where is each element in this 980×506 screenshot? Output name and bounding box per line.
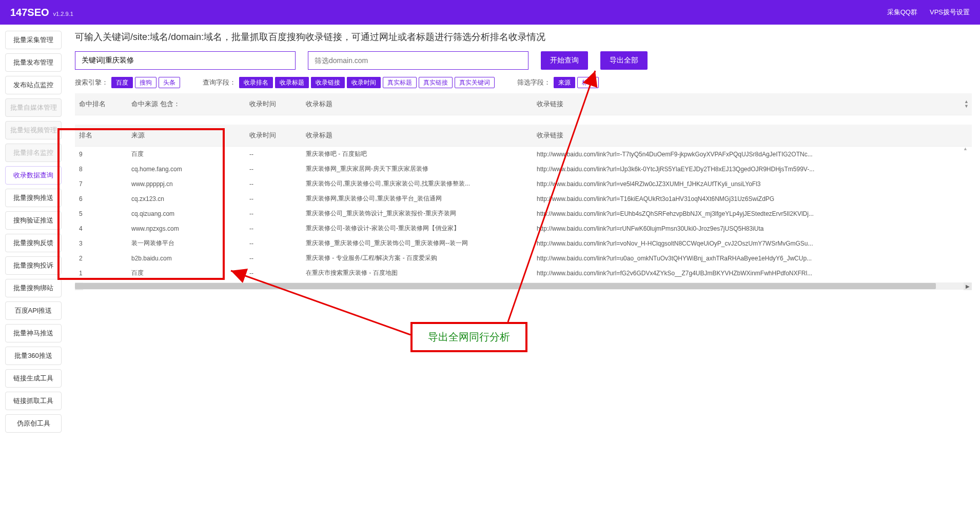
annotation-export-label: 导出全网同行分析 [410,322,527,352]
filterfield-tag-1[interactable]: 标题 [577,77,599,88]
sidebar-item-13[interactable]: 批量神马推送 [5,324,62,342]
scroll-right-icon[interactable]: ▶ [964,282,972,290]
table-row[interactable]: 9百度--重庆装修吧 - 百度贴吧http://www.baidu.com/li… [75,147,972,161]
cell-rank: 4 [75,225,131,232]
sidebar-item-7[interactable]: 批量搜狗推送 [5,189,62,207]
cell-title: 重庆装修吧 - 百度贴吧 [306,150,537,158]
app-header: 147SEO v1.2.9.1 采集QQ群 VPS拨号设置 [0,0,980,25]
main-content: 可输入关键词/site:域名/domain:域名，批量抓取百度搜狗收录链接，可通… [67,25,980,439]
cell-link: http://www.baidu.com/link?url=ve5l4RZlw0… [537,180,972,188]
cell-link: http://www.baidu.com/link?url=-T7tyQ5n4D… [537,151,972,158]
cell-time: -- [249,166,306,173]
cell-rank: 7 [75,180,131,188]
sidebar-item-14[interactable]: 批量360推送 [5,347,62,365]
sidebar-item-5[interactable]: 批量排名监控 [5,144,62,162]
sidebar-item-0[interactable]: 批量采集管理 [5,31,62,49]
filterfield-filter: 筛选字段： 来源标题 [517,78,601,87]
sidebar-item-11[interactable]: 批量搜狗绑站 [5,279,62,297]
header-link-vps[interactable]: VPS拨号设置 [930,8,970,17]
cell-source: cq.home.fang.com [131,166,249,173]
engine-filter: 搜索引擎： 百度搜狗头条 [75,78,182,87]
vscroll-icon[interactable]: ▲ [963,147,968,151]
sidebar-item-17[interactable]: 伪原创工具 [5,414,62,433]
cell-link: http://www.baidu.com/link?url=T16kiEAQUk… [537,195,972,203]
table-row[interactable]: 3装一网装修平台--重庆装修_重庆装修公司_重庆装饰公司_重庆装修网--装一网h… [75,236,972,251]
filter-input[interactable] [308,51,528,70]
table-row[interactable]: 2b2b.baidu.com--重庆装修 - 专业服务/工程/解决方案 - 百度… [75,251,972,266]
table-row[interactable]: 4www.npzxgs.com--重庆装修公司-装修设计-家装公司-重庆装修网【… [75,221,972,236]
sidebar-item-9[interactable]: 批量搜狗反馈 [5,234,62,252]
cell-title: 重庆装修公司-装修设计-家装公司-重庆装修网【俏业家】 [306,224,537,233]
queryfield-filter: 查询字段： 收录排名收录标题收录链接收录时间真实标题真实链接真实关键词 [203,78,497,87]
engine-tag-2[interactable]: 头条 [159,77,180,88]
cell-rank: 3 [75,240,131,247]
sidebar-item-1[interactable]: 批量发布管理 [5,53,62,72]
table-row[interactable]: 8cq.home.fang.com--重庆装修网_重庆家居网-房天下重庆家居装修… [75,161,972,176]
sidebar-item-15[interactable]: 链接生成工具 [5,369,62,388]
sidebar-item-3[interactable]: 批量自媒体管理 [5,98,62,117]
export-button[interactable]: 导出全部 [600,51,648,70]
cell-title: 重庆装修_重庆装修公司_重庆装饰公司_重庆装修网--装一网 [306,239,537,248]
cell-link: http://www.baidu.com/link?url=u0ao_omkNT… [537,255,972,262]
cell-time: -- [249,210,306,217]
cell-source: www.pppppj.cn [131,180,249,188]
table-row[interactable]: 7www.pppppj.cn--重庆装饰公司,重庆装修公司,重庆家装公司,找重庆… [75,176,972,191]
cell-title: 在重庆市搜索重庆装修 - 百度地图 [306,269,537,277]
sidebar-item-2[interactable]: 发布站点监控 [5,76,62,94]
cell-rank: 8 [75,166,131,173]
scrollbar-thumb[interactable] [75,283,936,289]
cell-link: http://www.baidu.com/link?url=lJp3k6k-0Y… [537,166,972,173]
version: v1.2.9.1 [53,11,73,17]
queryfield-tag-4[interactable]: 真实标题 [383,77,417,88]
queryfield-tag-1[interactable]: 收录标题 [275,77,309,88]
cell-time: -- [249,180,306,188]
cell-title: 重庆装修公司_重庆装饰设计_重庆家装报价-重庆齐装网 [306,209,537,218]
table-row[interactable]: 1百度--在重庆市搜索重庆装修 - 百度地图http://www.baidu.c… [75,266,972,280]
engine-tag-0[interactable]: 百度 [111,77,133,88]
summary-header: 命中排名 命中来源 包含： 收录时间 收录标题 收录链接 ▲▼ [75,93,972,115]
keyword-input[interactable] [75,51,296,70]
cell-rank: 1 [75,270,131,277]
logo: 147SEO [10,7,49,18]
queryfield-tag-2[interactable]: 收录链接 [311,77,345,88]
page-description: 可输入关键词/site:域名/domain:域名，批量抓取百度搜狗收录链接，可通… [75,31,972,43]
cell-source: 百度 [131,269,249,277]
cell-link: http://www.baidu.com/link?url=rUNFwK60lu… [537,225,972,232]
sidebar-item-16[interactable]: 链接抓取工具 [5,392,62,410]
header-link-qq[interactable]: 采集QQ群 [887,8,917,17]
cell-source: cq.qizuang.com [131,210,249,217]
cell-time: -- [249,195,306,203]
table-row[interactable]: 6cq.zx123.cn--重庆装修网,重庆装修公司,重庆装修平台_装信通网ht… [75,191,972,206]
cell-title: 重庆装修网,重庆装修公司,重庆装修平台_装信通网 [306,194,537,203]
cell-link: http://www.baidu.com/link?url=EUhb4sZQhS… [537,210,972,217]
cell-source: www.npzxgs.com [131,225,249,232]
sidebar-item-12[interactable]: 百度API推送 [5,301,62,320]
sidebar: 批量采集管理批量发布管理发布站点监控批量自媒体管理批量短视频管理批量排名监控收录… [0,25,67,439]
engine-tag-1[interactable]: 搜狗 [135,77,156,88]
queryfield-tag-6[interactable]: 真实关键词 [455,77,495,88]
queryfield-tag-3[interactable]: 收录时间 [347,77,381,88]
cell-time: -- [249,255,306,262]
filterfield-tag-0[interactable]: 来源 [554,77,575,88]
cell-rank: 9 [75,151,131,158]
queryfield-tag-5[interactable]: 真实链接 [419,77,453,88]
cell-time: -- [249,151,306,158]
cell-title: 重庆装饰公司,重庆装修公司,重庆家装公司,找重庆装修整装... [306,179,537,188]
cell-time: -- [249,270,306,277]
cell-link: http://www.baidu.com/link?url=fG2v6GDVx4… [537,270,972,277]
cell-title: 重庆装修 - 专业服务/工程/解决方案 - 百度爱采购 [306,254,537,262]
table-row[interactable]: 5cq.qizuang.com--重庆装修公司_重庆装饰设计_重庆家装报价-重庆… [75,206,972,221]
cell-source: b2b.baidu.com [131,255,249,262]
horizontal-scrollbar[interactable]: ◀ ▶ [75,282,972,290]
sidebar-item-6[interactable]: 收录数据查询 [5,166,62,185]
sidebar-item-10[interactable]: 批量搜狗投诉 [5,256,62,275]
scroll-updown-icon[interactable]: ▲▼ [964,99,969,109]
cell-source: 百度 [131,150,249,158]
query-button[interactable]: 开始查询 [541,51,588,70]
queryfield-tag-0[interactable]: 收录排名 [239,77,273,88]
cell-rank: 2 [75,255,131,262]
cell-source: 装一网装修平台 [131,239,249,248]
sidebar-item-4[interactable]: 批量短视频管理 [5,121,62,139]
header-links: 采集QQ群 VPS拨号设置 [887,8,970,17]
sidebar-item-8[interactable]: 搜狗验证推送 [5,211,62,230]
